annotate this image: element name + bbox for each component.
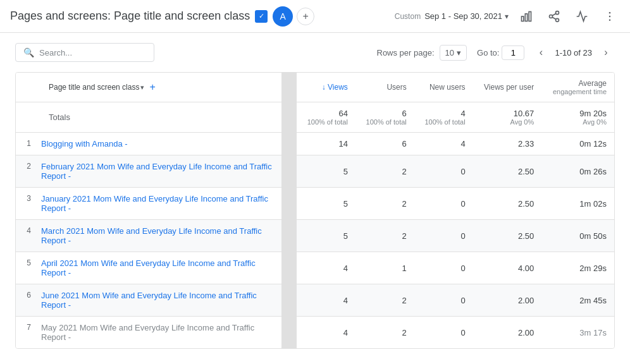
totals-views-sub: 100% of total xyxy=(304,118,348,126)
col-title-chevron-icon[interactable]: ▾ xyxy=(140,83,144,92)
row-title[interactable]: May 2021 Mom Wife and Everyday Life Inco… xyxy=(41,323,274,342)
col-header-views: ↓ Views xyxy=(297,73,355,102)
date-range-value: Sep 1 - Sep 30, 2021 xyxy=(424,11,502,21)
row-views-per-user: 2.50 xyxy=(473,220,542,252)
svg-point-9 xyxy=(609,15,611,17)
row-avg-engagement: 0m 50s xyxy=(541,220,614,252)
row-title[interactable]: April 2021 Mom Wife and Everyday Life In… xyxy=(41,258,274,277)
rows-per-page-value: 10 xyxy=(445,48,454,58)
row-views: 4 xyxy=(297,284,355,317)
column-divider xyxy=(281,73,297,102)
row-users: 2 xyxy=(355,317,414,349)
col-header-new-users: New users xyxy=(414,73,473,102)
row-users: 2 xyxy=(355,188,414,220)
row-title[interactable]: February 2021 Mom Wife and Everyday Life… xyxy=(41,162,274,181)
totals-users: 6 100% of total xyxy=(355,102,414,133)
svg-rect-1 xyxy=(525,13,527,21)
date-range-picker[interactable]: Custom Sep 1 - Sep 30, 2021 ▾ xyxy=(395,11,509,21)
row-title[interactable]: March 2021 Mom Wife and Everyday Life In… xyxy=(41,226,274,245)
rows-per-page-label: Rows per page: xyxy=(377,48,435,58)
col-avg-sub-text: engagement time xyxy=(553,88,607,95)
row-avg-engagement: 2m 29s xyxy=(541,252,614,284)
share-icon[interactable] xyxy=(544,6,564,27)
col-header-title: Page title and screen class ▾ + xyxy=(16,73,281,102)
row-views: 5 xyxy=(297,188,355,220)
col-header-avg-engagement: Average engagement time xyxy=(541,73,614,102)
svg-line-7 xyxy=(552,13,556,15)
table-row: 3 January 2021 Mom Wife and Everyday Lif… xyxy=(16,188,614,220)
search-input[interactable] xyxy=(39,48,140,58)
data-table: Page title and screen class ▾ + ↓ Views … xyxy=(15,72,615,349)
avatar[interactable]: A xyxy=(273,6,293,27)
row-views: 14 xyxy=(297,133,355,155)
row-new-users: 0 xyxy=(414,155,473,188)
column-divider xyxy=(281,252,297,284)
add-column-button[interactable]: + xyxy=(149,82,155,93)
row-avg-engagement: 2m 45s xyxy=(541,284,614,317)
row-title[interactable]: Blogging with Amanda - xyxy=(41,139,128,149)
rows-per-page-control: Rows per page: 10 ▾ xyxy=(377,45,467,61)
row-views: 5 xyxy=(297,220,355,252)
date-range-label: Custom xyxy=(395,12,421,21)
pagination-controls: ‹ 1-10 of 23 › xyxy=(532,44,615,61)
table-row: 6 June 2021 Mom Wife and Everyday Life I… xyxy=(16,284,614,317)
svg-line-6 xyxy=(552,17,556,19)
row-new-users: 0 xyxy=(414,284,473,317)
explore-icon[interactable] xyxy=(572,6,592,27)
column-divider xyxy=(281,220,297,252)
col-header-views-per-user: Views per user xyxy=(473,73,542,102)
rows-per-page-select[interactable]: 10 ▾ xyxy=(440,45,467,61)
row-num-title-cell: 7 May 2021 Mom Wife and Everyday Life In… xyxy=(16,317,281,349)
totals-vpu-sub: Avg 0% xyxy=(481,118,534,126)
page-info: 1-10 of 23 xyxy=(555,48,592,58)
search-icon: 🔍 xyxy=(23,47,34,58)
table-row: 2 February 2021 Mom Wife and Everyday Li… xyxy=(16,155,614,188)
row-views-per-user: 2.00 xyxy=(473,284,542,317)
row-users: 1 xyxy=(355,252,414,284)
row-number: 1 xyxy=(21,139,36,148)
totals-avg-engagement: 9m 20s Avg 0% xyxy=(541,102,614,133)
col-title-text: Page title and screen class xyxy=(49,83,139,92)
column-divider xyxy=(281,284,297,317)
row-number: 4 xyxy=(21,226,36,235)
totals-label: Totals xyxy=(49,112,70,122)
svg-point-10 xyxy=(609,19,611,21)
title-text: Pages and screens: Page title and screen… xyxy=(10,9,250,23)
row-title[interactable]: June 2021 Mom Wife and Everyday Life Inc… xyxy=(41,291,274,310)
column-divider xyxy=(281,188,297,220)
row-avg-engagement: 0m 26s xyxy=(541,155,614,188)
header-controls: Custom Sep 1 - Sep 30, 2021 ▾ xyxy=(395,6,620,27)
more-options-icon[interactable] xyxy=(600,6,620,27)
row-new-users: 0 xyxy=(414,188,473,220)
row-views: 5 xyxy=(297,155,355,188)
goto-input[interactable] xyxy=(502,46,524,60)
date-range-chevron-icon: ▾ xyxy=(505,12,509,21)
add-comparison-button[interactable]: + xyxy=(297,8,314,25)
row-num-title-cell: 2 February 2021 Mom Wife and Everyday Li… xyxy=(16,155,281,188)
row-views-per-user: 2.50 xyxy=(473,188,542,220)
row-users: 6 xyxy=(355,133,414,155)
column-divider xyxy=(281,317,297,349)
totals-views-per-user: 10.67 Avg 0% xyxy=(473,102,542,133)
next-page-button[interactable]: › xyxy=(597,44,615,61)
svg-point-8 xyxy=(609,11,611,13)
page-header: Pages and screens: Page title and screen… xyxy=(0,0,630,33)
table-row: 1 Blogging with Amanda - 14 6 4 2.33 0m … xyxy=(16,133,614,155)
row-views: 4 xyxy=(297,252,355,284)
row-number: 6 xyxy=(21,291,36,300)
controls-row: 🔍 Rows per page: 10 ▾ Go to: ‹ 1-10 of 2… xyxy=(15,43,615,62)
table-row: 4 March 2021 Mom Wife and Everyday Life … xyxy=(16,220,614,252)
totals-new-users-sub: 100% of total xyxy=(422,118,466,126)
prev-page-button[interactable]: ‹ xyxy=(532,44,550,61)
svg-point-3 xyxy=(556,11,559,14)
search-box[interactable]: 🔍 xyxy=(15,43,154,62)
row-views-per-user: 2.50 xyxy=(473,155,542,188)
row-views: 4 xyxy=(297,317,355,349)
row-num-title-cell: 1 Blogging with Amanda - xyxy=(16,133,281,155)
row-new-users: 4 xyxy=(414,133,473,155)
row-title[interactable]: January 2021 Mom Wife and Everyday Life … xyxy=(41,194,274,213)
col-avg-text: Average xyxy=(579,79,607,88)
row-users: 2 xyxy=(355,284,414,317)
totals-views: 64 100% of total xyxy=(297,102,355,133)
bar-chart-icon[interactable] xyxy=(516,6,536,27)
